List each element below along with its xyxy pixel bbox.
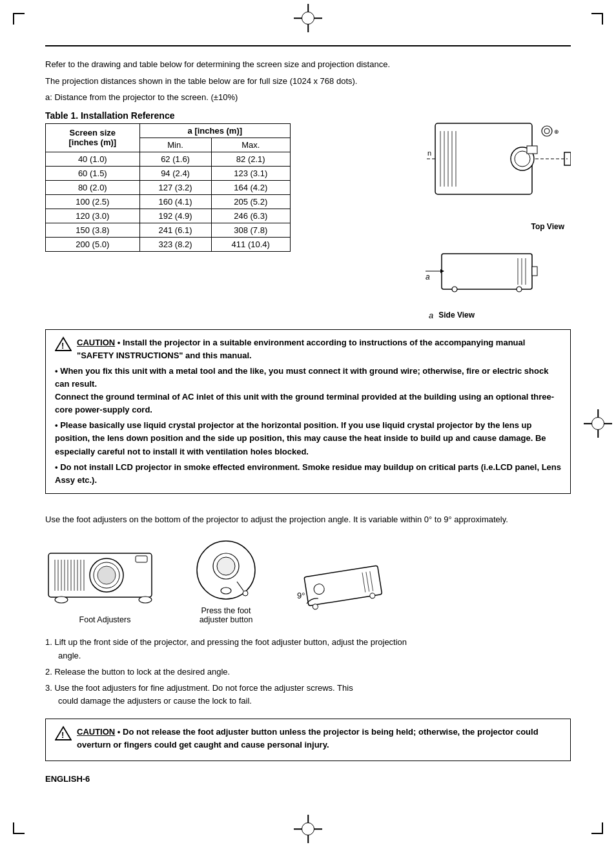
svg-text:!: ! [61,341,64,351]
caution2-title: CAUTION [77,727,115,737]
side-view-diagram: a a Side View [422,244,571,320]
install-section: Table 1. Installation Reference Screen s… [45,110,571,320]
caution2-text: • Do not release the foot adjuster butto… [77,727,539,750]
svg-rect-16 [442,254,532,289]
side-view-svg: a [422,244,571,309]
caution2-content: CAUTION • Do not release the foot adjust… [77,726,561,751]
table-row: 40 (1.0)62 (1.6)82 (2.1) [46,152,291,166]
press-foot-diagram: Press the footadjuster button [184,538,268,624]
table-title: Table 1. Installation Reference [45,110,291,121]
svg-text:n: n [427,149,431,157]
table-row: 100 (2.5)160 (4.1)205 (5.2) [46,194,291,209]
table-row: 80 (2.0)127 (3.2)164 (4.2) [46,180,291,194]
intro-line3: a: Distance from the projector to the sc… [45,91,571,104]
top-view-diagram: n ⊕ Top View [422,110,571,231]
step-2: 2. Release the button to lock at the des… [45,666,571,679]
svg-text:⊕: ⊕ [554,128,559,135]
foot-intro: Use the foot adjusters on the bottom of … [45,513,571,526]
caution1-bullet4: • Please basically use liquid crystal pr… [55,419,561,458]
foot-steps: 1. Lift up the front side of the project… [45,636,571,708]
intro-line1: Refer to the drawing and table below for… [45,58,571,71]
install-diagrams: n ⊕ Top View [303,110,571,320]
corner-mark-bl [13,822,25,834]
foot-section: Use the foot adjusters on the bottom of … [45,513,571,761]
caution1-title: CAUTION [77,338,115,347]
side-view-label: Side View [438,311,475,320]
bottom-center-mark [302,822,314,835]
caution-box-1: ! CAUTION • Install the projector in a s… [45,329,571,495]
svg-point-48 [221,587,231,594]
step-1: 1. Lift up the front side of the project… [45,636,571,663]
caution1-bullet1: • Install the projector in a suitable en… [77,338,525,360]
col-min-header: Min. [139,138,211,152]
svg-rect-44 [136,556,147,562]
corner-mark-tr [591,13,603,25]
angle-diagram: 9° [294,552,391,610]
svg-point-31 [98,566,116,584]
top-center-mark [302,12,314,25]
svg-point-43 [139,597,152,603]
step-3: 3. Use the foot adjusters for fine adjus… [45,682,571,709]
angle-svg: 9° [294,552,391,610]
press-foot-svg [184,538,268,602]
caution1-bullet2: • When you fix this unit with a metal to… [55,365,561,391]
caution1-bullet3: Connect the ground terminal of AC inlet … [55,391,561,416]
caution1-content: CAUTION • Install the projector in a sui… [77,336,561,362]
foot-adjusters-label: Foot Adjusters [79,615,131,624]
install-table-section: Table 1. Installation Reference Screen s… [45,110,291,320]
top-view-svg: n ⊕ [422,110,571,220]
caution2-icon: ! [55,726,72,741]
install-table: Screen size[inches (m)] a [inches (m)] M… [45,123,291,252]
corner-mark-tl [13,13,25,25]
caution1-icon: ! [55,336,72,352]
foot-adjusters-diagram: Foot Adjusters [45,547,165,624]
page-footer: ENGLISH-6 [45,774,571,784]
svg-point-14 [544,128,549,134]
col-a-header: a [inches (m)] [139,123,290,138]
press-foot-label: Press the footadjuster button [200,606,253,624]
table-row: 150 (3.8)241 (6.1)308 (7.8) [46,223,291,237]
col-max-header: Max. [211,138,291,152]
svg-point-50 [243,591,248,596]
caution1-header: ! CAUTION • Install the projector in a s… [55,336,561,362]
svg-rect-8 [527,146,537,154]
top-view-label: Top View [422,222,571,231]
a-label: a [429,311,433,320]
corner-mark-br [591,822,603,834]
svg-point-20 [452,287,457,292]
table-row: 120 (3.0)192 (4.9)246 (6.3) [46,209,291,223]
svg-text:9°: 9° [297,591,305,600]
right-center-mark [591,417,604,430]
intro-line2: The projection distances shown in the ta… [45,75,571,88]
svg-point-42 [55,597,68,603]
svg-point-47 [217,557,235,575]
table-row: 60 (1.5)94 (2.4)123 (3.1) [46,166,291,180]
top-rule [45,45,571,46]
footer-label: ENGLISH-6 [45,774,90,784]
svg-text:!: ! [61,730,64,740]
col-screen-header: Screen size[inches (m)] [46,123,140,152]
foot-diagrams: Foot Adjusters Press the footadjuster bu… [45,538,571,624]
svg-rect-25 [532,267,537,276]
caution2-header: ! CAUTION • Do not release the foot adju… [55,726,561,751]
svg-text:a: a [426,272,430,281]
svg-point-13 [542,126,552,136]
foot-adjusters-svg [45,547,165,611]
caution-box-2: ! CAUTION • Do not release the foot adju… [45,719,571,761]
caution1-bullet5: • Do not install LCD projector in smoke … [55,461,561,487]
svg-point-21 [517,287,522,292]
table-row: 200 (5.0)323 (8.2)411 (10.4) [46,237,291,251]
